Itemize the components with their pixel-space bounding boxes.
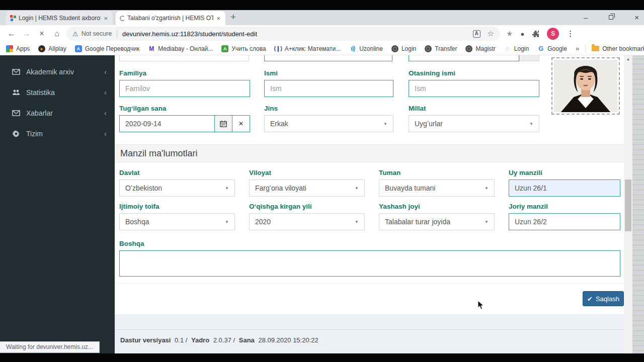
bookmark-login-1[interactable]: Login — [391, 45, 416, 52]
tab-close-icon[interactable]: × — [103, 15, 109, 22]
bookmarks-overflow-icon[interactable]: » — [576, 45, 579, 52]
bookmark-star-icon[interactable]: ☆ — [488, 29, 494, 38]
bookmark-google[interactable]: GGoogle — [537, 45, 567, 52]
footer-label: Yadro — [191, 336, 209, 344]
close-window-button[interactable]: × — [634, 13, 639, 22]
users-icon — [12, 88, 20, 97]
home-icon[interactable]: ⌂ — [49, 29, 64, 38]
familiya-input[interactable] — [119, 80, 250, 97]
url-text[interactable]: devuniver.hemis.uz:11823/student/student… — [122, 30, 257, 38]
millat-select[interactable]: Uygʻurlar▼ — [409, 115, 539, 132]
extensions-puzzle-icon[interactable] — [532, 30, 539, 38]
bookmark-label: Google Переводчик — [85, 45, 140, 52]
bookmark-google-translate[interactable]: AGoogle Переводчик — [75, 45, 140, 52]
chevron-down-icon: ▼ — [485, 186, 489, 191]
field-label: Otasining ismi — [409, 69, 539, 77]
otasining-ismi-input[interactable] — [409, 80, 539, 97]
stop-icon[interactable]: × — [34, 29, 49, 38]
bookmark-label: Учить слова — [231, 45, 266, 52]
scrollbar-thumb[interactable] — [625, 179, 631, 231]
other-bookmarks-button[interactable]: Other bookmarks — [592, 45, 644, 52]
field-label: Davlat — [119, 169, 235, 176]
address-bar[interactable]: ⚠ Not secure devuniver.hemis.uz:11823/st… — [66, 27, 500, 41]
profile-avatar[interactable]: S — [547, 28, 559, 40]
scrollbar-up-arrow[interactable]: ▲ — [624, 55, 632, 63]
forward-icon[interactable]: → — [19, 29, 34, 38]
sidebar-item-statistika[interactable]: Statistika ‹ — [0, 82, 115, 103]
field-oqishga-kirgan-yili: Oʻqishga kirgan yili 2020▼ — [249, 203, 365, 230]
select-value: Buvayda tumani — [385, 184, 435, 192]
sidebar-item-xabarlar[interactable]: Xabarlar ‹ — [0, 103, 115, 123]
browser-menu-icon[interactable]: ⋮ — [567, 29, 574, 38]
bookmark-magistr[interactable]: Magistr — [465, 45, 495, 52]
clear-date-button[interactable]: ✕ — [232, 116, 250, 132]
apps-grid-icon — [6, 45, 13, 52]
bookmark-allplay[interactable]: ▸Allplay — [38, 45, 66, 52]
boshqa-textarea[interactable] — [119, 250, 620, 277]
partial-input-3[interactable] — [409, 55, 519, 61]
field-joriy-manzil: Joriy manzil — [509, 203, 620, 230]
bookmark-uzonline[interactable]: Uzonline — [349, 45, 383, 52]
save-button[interactable]: ✔ Saqlash — [583, 291, 624, 306]
field-viloyat: Viloyat Fargʻona viloyati▼ — [249, 169, 365, 197]
extension-circle-icon[interactable]: ● — [520, 30, 524, 38]
screen: Login | HEMIS Student axborot ti × Talab… — [0, 0, 644, 362]
back-icon[interactable]: ← — [4, 29, 19, 38]
bookmark-apps[interactable]: Apps — [6, 45, 30, 52]
jins-select[interactable]: Erkak▼ — [264, 115, 393, 132]
bookmark-uchit-slova[interactable]: AУчить слова — [221, 45, 266, 52]
sidebar-item-label: Akademik arxiv — [26, 68, 74, 76]
chevron-left-icon: ‹ — [104, 109, 107, 117]
partial-input-addon[interactable] — [519, 55, 539, 61]
calendar-button[interactable] — [214, 116, 232, 132]
omnibox-right-icons: A ☆ — [473, 29, 494, 38]
tuman-select[interactable]: Buvayda tumani▼ — [379, 179, 495, 197]
oqishga-kirgan-yili-select[interactable]: 2020▼ — [249, 213, 365, 230]
field-label: Millat — [409, 105, 539, 112]
bookmark-label: Mediabay - Онлай... — [158, 45, 213, 52]
new-tab-button[interactable]: + — [230, 12, 236, 23]
yashash-joyi-select[interactable]: Talabalar turar joyida▼ — [379, 213, 495, 230]
chevron-down-icon: ▼ — [225, 220, 229, 224]
allplay-icon: ▸ — [38, 45, 45, 52]
page-scrollbar[interactable]: ▲ — [624, 55, 632, 353]
partial-input-1[interactable] — [119, 55, 249, 61]
browser-window: Login | HEMIS Student axborot ti × Talab… — [0, 10, 644, 353]
footer-value: 0.1 / — [175, 336, 187, 344]
davlat-select[interactable]: Oʻzbekiston▼ — [119, 179, 235, 197]
viloyat-select[interactable]: Fargʻona viloyati▼ — [249, 179, 365, 197]
date-input-group: ✕ — [119, 115, 250, 132]
ijtimoiy-toifa-select[interactable]: Boshqa▼ — [119, 213, 235, 230]
bookmark-mediabay[interactable]: MMediabay - Онлай... — [148, 45, 213, 52]
tab-close-icon[interactable]: × — [215, 15, 221, 22]
folder-icon — [592, 46, 599, 51]
minimize-button[interactable]: – — [584, 13, 588, 22]
field-davlat: Davlat Oʻzbekiston▼ — [119, 169, 235, 197]
extension-star-icon[interactable]: ★ — [506, 29, 513, 38]
restore-button[interactable] — [609, 15, 613, 20]
ismi-input[interactable] — [264, 80, 393, 97]
security-indicator[interactable]: ⚠ Not secure — [72, 30, 112, 38]
bookmark-aklik[interactable]: (❙)А+клик: Математи... — [275, 45, 341, 52]
bookmark-label: Other bookmarks — [602, 45, 644, 52]
sidebar-item-label: Statistika — [26, 88, 55, 97]
tugilgan-sana-input[interactable] — [120, 116, 214, 132]
field-jins: Jins Erkak▼ — [264, 105, 393, 132]
uzonline-waves-icon — [349, 45, 356, 52]
tab-talabani-ozgartirish[interactable]: Talabani o'zgartirish | HEMIS OTM × — [116, 11, 225, 25]
field-label: Yashash joyi — [379, 203, 495, 210]
student-photo[interactable] — [551, 57, 620, 115]
bookmark-login-2[interactable]: ◌Login — [504, 45, 529, 52]
bookmark-label: Login — [514, 45, 529, 52]
translate-icon[interactable]: A — [473, 30, 480, 38]
window-controls: – × — [584, 11, 639, 23]
tab-login-hemis[interactable]: Login | HEMIS Student axborot ti × — [6, 11, 113, 25]
sidebar-item-label: Tizim — [26, 130, 43, 138]
sidebar-item-akademik-arxiv[interactable]: Akademik arxiv ‹ — [0, 61, 115, 82]
chevron-left-icon: ‹ — [104, 88, 107, 97]
partial-input-2[interactable] — [264, 55, 392, 61]
bookmark-transfer[interactable]: Transfer — [425, 45, 457, 52]
sidebar-item-tizim[interactable]: Tizim ‹ — [0, 123, 115, 144]
uy-manzili-input[interactable] — [509, 179, 620, 197]
joriy-manzil-input[interactable] — [509, 213, 620, 230]
